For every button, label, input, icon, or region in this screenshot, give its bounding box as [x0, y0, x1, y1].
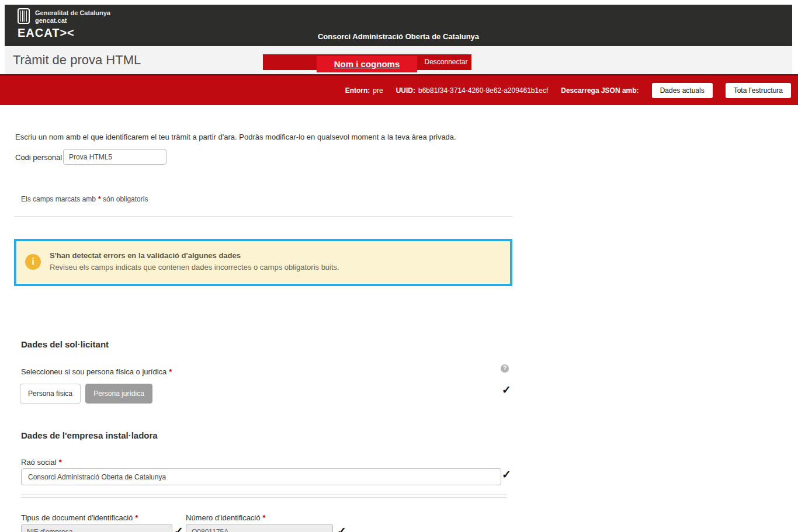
required-asterisk: * — [169, 367, 172, 376]
alert-body: Reviseu els camps indicats que contenen … — [50, 263, 339, 272]
doc-number-input[interactable] — [186, 524, 333, 532]
double-divider — [21, 495, 506, 498]
environment-bar: Entorn:pre UUID:b6b81f34-3714-4260-8e62-… — [0, 74, 798, 105]
info-icon: i — [25, 254, 41, 270]
user-bar-divider — [419, 57, 419, 67]
codi-personal-label: Codi personal — [15, 153, 62, 162]
check-icon: ✓ — [174, 524, 183, 532]
top-header: Generalitat de Catalunya gencat.cat EACA… — [5, 5, 792, 46]
check-icon: ✓ — [502, 383, 511, 397]
entorn-value: pre — [373, 86, 383, 95]
download-json-label: Descarrega JSON amb: — [561, 86, 639, 95]
uuid-value: b6b81f34-3714-4260-8e62-a209461b1ecf — [418, 86, 548, 95]
divider — [14, 216, 512, 217]
persona-fisica-button[interactable]: Persona física — [20, 384, 81, 404]
alert-title: S'han detectat errors en la validació d'… — [50, 251, 241, 260]
gencat-logo: Generalitat de Catalunya gencat.cat — [18, 8, 110, 25]
page-title: Tràmit de prova HTML — [13, 53, 141, 68]
doc-type-input[interactable] — [21, 524, 172, 532]
logout-button[interactable]: Desconnectar — [421, 54, 471, 70]
rao-social-input[interactable] — [21, 468, 501, 485]
gencat-logo-subtitle: gencat.cat — [35, 17, 110, 25]
header-org-title: Consorci Administració Oberta de Catalun… — [5, 32, 792, 41]
download-full-structure-button[interactable]: Tota l'estructura — [726, 83, 791, 98]
senyera-icon — [18, 8, 30, 24]
environment-indicator: Entorn:pre — [345, 86, 383, 95]
codi-personal-input[interactable] — [63, 149, 166, 165]
required-asterisk: * — [59, 458, 62, 467]
uuid-indicator: UUID:b6b81f34-3714-4260-8e62-a209461b1ec… — [396, 86, 549, 95]
section-heading-applicant: Dades del sol·licitant — [21, 339, 109, 349]
check-icon: ✓ — [502, 468, 511, 481]
check-icon: ✓ — [337, 524, 346, 532]
user-bar: Nom i cognoms Desconnectar — [263, 54, 471, 70]
user-name-button[interactable]: Nom i cognoms — [317, 56, 417, 72]
doc-type-label: Tipus de document d'identificació* — [21, 513, 138, 522]
required-note-suffix: són obligatoris — [103, 195, 148, 203]
required-asterisk: * — [263, 513, 266, 522]
help-icon[interactable]: ? — [501, 364, 509, 373]
persona-juridica-button[interactable]: Persona jurídica — [85, 384, 152, 404]
required-asterisk: * — [135, 513, 138, 522]
intro-text: Escriu un nom amb el que identificarem e… — [15, 133, 456, 141]
person-type-label: Seleccioneu si sou persona física o jurí… — [21, 367, 172, 376]
gencat-logo-title: Generalitat de Catalunya — [35, 9, 110, 17]
gencat-logo-text: Generalitat de Catalunya gencat.cat — [35, 8, 110, 25]
required-fields-note: Els camps marcats amb* són obligatoris — [21, 195, 148, 203]
rao-social-label: Raó social* — [21, 458, 62, 467]
download-current-data-button[interactable]: Dades actuals — [652, 83, 713, 98]
section-heading-company: Dades de l'empresa instal·ladora — [21, 430, 158, 440]
entorn-label: Entorn: — [345, 86, 370, 95]
required-note-prefix: Els camps marcats amb — [21, 195, 96, 203]
required-asterisk: * — [98, 195, 101, 203]
validation-alert: i S'han detectat errors en la validació … — [14, 239, 512, 286]
page: Generalitat de Catalunya gencat.cat EACA… — [0, 0, 798, 532]
doc-number-label: Número d'identificació* — [186, 513, 266, 522]
uuid-label: UUID: — [396, 86, 415, 95]
